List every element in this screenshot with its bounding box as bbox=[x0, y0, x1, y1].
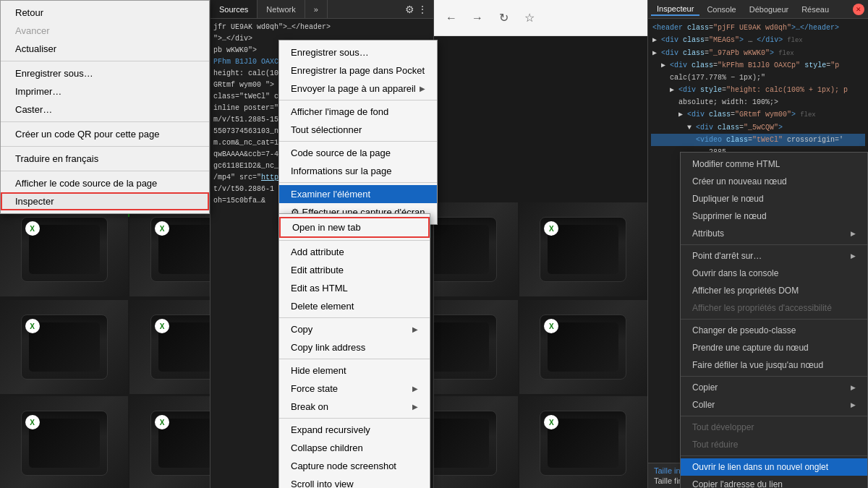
element-menu-copy[interactable]: Copy▶ bbox=[279, 320, 430, 338]
xbox-cell: X bbox=[519, 300, 647, 394]
tab-network[interactable]: Network bbox=[258, 0, 305, 18]
xbox-cell: X bbox=[0, 396, 128, 488]
element-context-menu: Open in new tab Add attribute Edit attri… bbox=[278, 213, 430, 488]
submenu-arrow: ▶ bbox=[412, 403, 418, 411]
element-menu-edit-attr[interactable]: Edit attribute bbox=[279, 261, 430, 279]
element-menu-add-attr[interactable]: Add attribute bbox=[279, 243, 430, 261]
right-separator bbox=[681, 416, 867, 416]
right-item-creer-noeud[interactable]: Créer un nouveau nœud bbox=[681, 173, 867, 190]
back-button[interactable]: ← bbox=[441, 8, 461, 28]
element-menu-delete[interactable]: Delete element bbox=[279, 297, 430, 315]
tab-more[interactable]: » bbox=[305, 0, 328, 18]
xbox-console: X bbox=[21, 217, 108, 282]
xbox-logo: X bbox=[25, 319, 40, 333]
mid-item-enregistrer[interactable]: Enregistrer sous… bbox=[279, 43, 437, 61]
element-menu-collapse[interactable]: Collapse children bbox=[279, 439, 430, 457]
xbox-logo: X bbox=[25, 221, 40, 236]
element-menu-scroll[interactable]: Scroll into view bbox=[279, 475, 430, 488]
menu-item-qr[interactable]: Créer un code QR pour cette page bbox=[1, 125, 209, 143]
mid-item-image-fond: Afficher l'image de fond bbox=[279, 103, 437, 121]
right-item-pseudo-classe[interactable]: Changer de pseudo-classe bbox=[681, 322, 867, 339]
menu-item-inspecter[interactable]: Inspecter bbox=[1, 192, 209, 210]
html-line: <header class="pjFF UE9AK wd0qh">…</head… bbox=[651, 22, 865, 34]
menu-item-actualiser[interactable]: Actualiser bbox=[1, 40, 209, 58]
devtools-tabs: Inspecteur Console Débogueur Réseau bbox=[648, 0, 868, 19]
html-line-selected[interactable]: <video class="tWeCl" crossorigin=' bbox=[651, 134, 865, 146]
menu-item-enregistrer[interactable]: Enregistrer sous… bbox=[1, 64, 209, 82]
mid-item-envoyer[interactable]: Envoyer la page à un appareil▶ bbox=[279, 80, 437, 98]
element-separator bbox=[279, 240, 430, 241]
xbox-console: X bbox=[540, 411, 626, 476]
right-separator bbox=[681, 455, 867, 456]
xbox-cell: X bbox=[0, 300, 128, 394]
menu-separator bbox=[1, 121, 209, 122]
right-separator bbox=[681, 319, 867, 320]
xbox-logo: X bbox=[155, 221, 169, 236]
menu-item-caster[interactable]: Caster… bbox=[1, 100, 209, 119]
right-item-supprimer[interactable]: Supprimer le nœud bbox=[681, 207, 867, 225]
menu-item-source[interactable]: Afficher le code source de la page bbox=[1, 174, 209, 192]
menu-separator bbox=[1, 146, 209, 147]
xbox-logo: X bbox=[155, 415, 169, 429]
code-line: jfr UE9AK wd0qh">…</header> bbox=[213, 22, 430, 33]
mid-item-examiner[interactable]: Examiner l'élément bbox=[279, 185, 437, 203]
forward-button[interactable]: → bbox=[467, 8, 488, 28]
xbox-console: X bbox=[21, 411, 108, 476]
tab-reseau[interactable]: Réseau bbox=[796, 4, 835, 15]
mid-item-code-source[interactable]: Code source de la page bbox=[279, 144, 437, 162]
right-item-accessibilite: Afficher les propriétés d'accessibilité bbox=[681, 299, 867, 317]
element-menu-hide[interactable]: Hide element bbox=[279, 361, 430, 380]
element-menu-expand[interactable]: Expand recursively bbox=[279, 421, 430, 439]
more-icon[interactable]: ⋮ bbox=[417, 4, 427, 15]
right-item-coller[interactable]: Coller▶ bbox=[681, 396, 867, 414]
right-item-copier-adresse[interactable]: Copier l'adresse du lien bbox=[681, 476, 867, 488]
settings-icon[interactable]: ⚙ bbox=[405, 4, 414, 15]
element-menu-edit-html[interactable]: Edit as HTML bbox=[279, 279, 430, 297]
menu-item-retour[interactable]: Retour bbox=[1, 4, 209, 22]
right-item-modifier-html[interactable]: Modifier comme HTML bbox=[681, 155, 867, 173]
bookmark-button[interactable]: ☆ bbox=[519, 8, 540, 28]
element-menu-capture[interactable]: Capture node screenshot bbox=[279, 457, 430, 475]
element-separator bbox=[279, 418, 430, 419]
page-context-menu: Enregistrer sous… Enregistrer la page da… bbox=[278, 40, 438, 225]
right-item-faire-defiler[interactable]: Faire défiler la vue jusqu'au nœud bbox=[681, 356, 867, 374]
element-menu-force-state[interactable]: Force state▶ bbox=[279, 380, 430, 398]
mid-item-infos[interactable]: Informations sur la page bbox=[279, 162, 437, 180]
right-item-dupliquer[interactable]: Dupliquer le nœud bbox=[681, 190, 867, 207]
xbox-logo: X bbox=[155, 319, 169, 333]
tab-debogueur[interactable]: Débogueur bbox=[744, 4, 794, 15]
menu-item-traduire[interactable]: Traduire en français bbox=[1, 150, 209, 168]
xbox-console: X bbox=[540, 217, 626, 282]
menu-separator bbox=[1, 171, 209, 171]
submenu-arrow: ▶ bbox=[851, 384, 856, 391]
html-line: ▶ <div class="GRtmf wym00"> flex bbox=[651, 108, 865, 121]
xbox-cell: X bbox=[0, 202, 128, 296]
refresh-button[interactable]: ↻ bbox=[493, 8, 514, 28]
right-item-copier[interactable]: Copier▶ bbox=[681, 379, 867, 396]
xbox-console: X bbox=[21, 314, 108, 380]
right-item-proprietes-dom[interactable]: Afficher les propriétés DOM bbox=[681, 282, 867, 299]
submenu-arrow: ▶ bbox=[851, 230, 856, 237]
html-line: ▶ <div class="kPFhm B1Jl0 OAXCp" style="… bbox=[651, 59, 865, 72]
menu-item-imprimer[interactable]: Imprimer… bbox=[1, 82, 209, 100]
html-line: ▶ <div class="_97aPb wKWK0"> flex bbox=[651, 47, 865, 60]
element-menu-break-on[interactable]: Break on▶ bbox=[279, 398, 430, 416]
right-item-point-arret[interactable]: Point d'arrêt sur…▶ bbox=[681, 247, 867, 265]
right-item-attributs[interactable]: Attributs▶ bbox=[681, 225, 867, 242]
tab-console[interactable]: Console bbox=[701, 4, 741, 15]
element-menu-open-new-tab[interactable]: Open in new tab bbox=[279, 217, 430, 238]
devtools-context-menu: Modifier comme HTML Créer un nouveau nœu… bbox=[680, 152, 868, 488]
close-icon[interactable]: ✕ bbox=[853, 4, 864, 15]
mid-item-pocket[interactable]: Enregistrer la page dans Pocket bbox=[279, 61, 437, 80]
element-menu-copy-link[interactable]: Copy link address bbox=[279, 338, 430, 356]
tab-inspecteur[interactable]: Inspecteur bbox=[651, 3, 699, 16]
xbox-logo: X bbox=[544, 221, 558, 236]
menu-item-avancer: Avancer bbox=[1, 22, 209, 40]
xbox-cell: X bbox=[519, 202, 647, 296]
right-item-console[interactable]: Ouvrir dans la console bbox=[681, 265, 867, 282]
right-item-tout-reduire: Tout réduire bbox=[681, 436, 867, 453]
right-item-capture-noeud[interactable]: Prendre une capture du nœud bbox=[681, 339, 867, 356]
right-item-ouvrir-onglet[interactable]: Ouvrir le lien dans un nouvel onglet bbox=[681, 458, 867, 476]
mid-item-tout-sel[interactable]: Tout sélectionner bbox=[279, 121, 437, 139]
tab-sources[interactable]: Sources bbox=[210, 0, 258, 18]
